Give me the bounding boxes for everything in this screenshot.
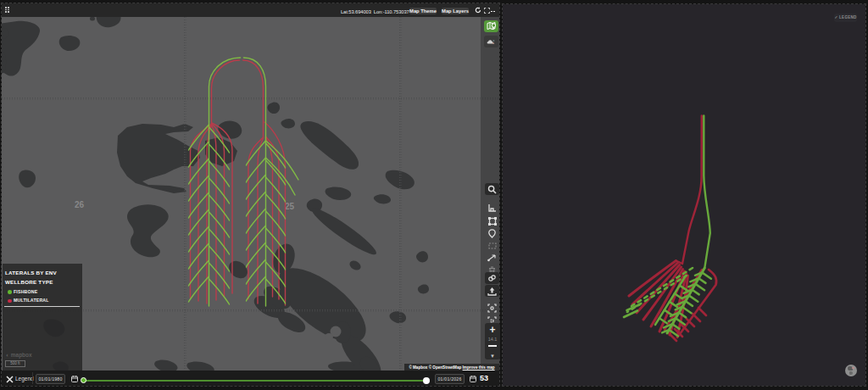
svg-text:25: 25 [285,202,295,211]
svg-text:26: 26 [75,200,85,209]
